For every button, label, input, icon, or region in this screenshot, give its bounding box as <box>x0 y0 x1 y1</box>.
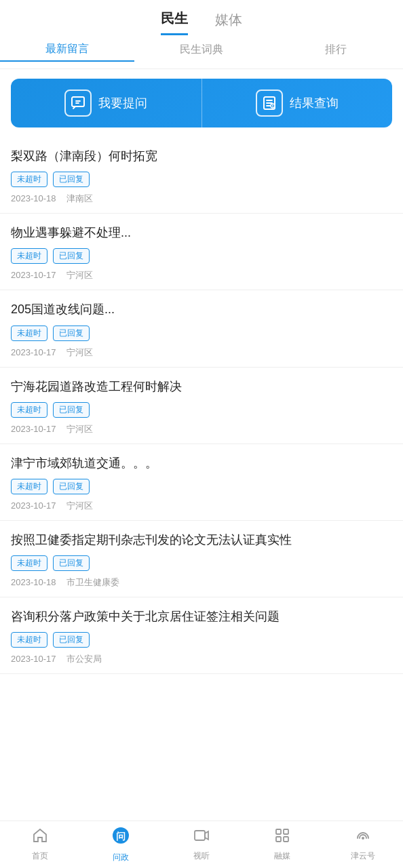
item-date: 2023-10-17 <box>11 654 56 664</box>
list-item[interactable]: 津宁市域郊轨道交通。。。 未超时 已回复 2023-10-17 宁河区 <box>0 444 403 521</box>
item-title: 205国道改线问题... <box>11 301 392 318</box>
nav-jinyun[interactable]: 津云号 <box>322 827 403 862</box>
item-title: 咨询积分落户政策中关于北京居住证签注相关问题 <box>11 608 392 625</box>
tag-replied: 已回复 <box>53 326 90 341</box>
svg-text:问: 问 <box>116 831 126 842</box>
tags-container: 未超时 已回复 <box>11 479 392 494</box>
tag-replied: 已回复 <box>53 555 90 571</box>
ask-button[interactable]: 我要提问 <box>11 79 202 127</box>
item-meta: 2023-10-17 宁河区 <box>11 423 392 435</box>
tag-time: 未超时 <box>11 402 47 418</box>
item-area: 宁河区 <box>66 424 93 434</box>
tags-container: 未超时 已回复 <box>11 632 392 648</box>
item-meta: 2023-10-17 宁河区 <box>11 269 392 281</box>
tag-time: 未超时 <box>11 632 47 648</box>
svg-rect-7 <box>284 829 288 834</box>
item-title: 物业遇事躲避不处理... <box>11 224 392 241</box>
item-area: 市公安局 <box>66 654 102 664</box>
item-meta: 2023-10-18 市卫生健康委 <box>11 576 392 589</box>
nav-wenzheng-label: 问政 <box>113 852 129 863</box>
svg-rect-8 <box>276 837 281 842</box>
svg-rect-5 <box>195 831 205 840</box>
nav-jinyun-label: 津云号 <box>351 850 375 862</box>
svg-rect-9 <box>284 837 288 842</box>
tag-replied: 已回复 <box>53 479 90 494</box>
video-icon <box>193 827 210 848</box>
list-item[interactable]: 梨双路（津南段）何时拓宽 未超时 已回复 2023-10-18 津南区 <box>0 137 403 214</box>
nav-rongmei-label: 融媒 <box>274 850 290 862</box>
item-area: 市卫生健康委 <box>66 577 119 587</box>
svg-point-10 <box>362 837 364 840</box>
ask-icon <box>64 90 92 117</box>
item-date: 2023-10-17 <box>11 424 56 434</box>
item-date: 2023-10-17 <box>11 500 56 511</box>
tag-time: 未超时 <box>11 555 47 571</box>
list-item[interactable]: 205国道改线问题... 未超时 已回复 2023-10-17 宁河区 <box>0 290 403 367</box>
item-date: 2023-10-17 <box>11 347 56 357</box>
subtab-latest[interactable]: 最新留言 <box>0 42 134 62</box>
top-tabs-container: 民生 媒体 <box>0 0 403 35</box>
item-date: 2023-10-18 <box>11 193 56 203</box>
tags-container: 未超时 已回复 <box>11 326 392 341</box>
wenzheng-icon: 问 <box>111 826 130 849</box>
tag-replied: 已回复 <box>53 248 90 264</box>
tag-time: 未超时 <box>11 326 47 341</box>
item-title: 津宁市域郊轨道交通。。。 <box>11 455 392 472</box>
item-title: 按照卫健委指定期刊杂志刊发的论文无法认证真实性 <box>11 532 392 549</box>
tag-replied: 已回复 <box>53 402 90 418</box>
tags-container: 未超时 已回复 <box>11 172 392 187</box>
bottom-nav: 首页 问 问政 视听 融媒 <box>0 821 403 868</box>
tag-time: 未超时 <box>11 479 47 494</box>
list-item[interactable]: 按照卫健委指定期刊杂志刊发的论文无法认证真实性 未超时 已回复 2023-10-… <box>0 521 403 597</box>
svg-rect-6 <box>276 829 281 834</box>
tags-container: 未超时 已回复 <box>11 555 392 571</box>
item-area: 宁河区 <box>66 347 93 357</box>
item-date: 2023-10-18 <box>11 577 56 587</box>
subtab-dict[interactable]: 民生词典 <box>134 43 269 61</box>
home-icon <box>32 827 48 848</box>
ask-label: 我要提问 <box>98 95 147 111</box>
item-meta: 2023-10-17 市公安局 <box>11 653 392 665</box>
svg-rect-0 <box>72 97 84 106</box>
jinyun-icon <box>355 827 371 848</box>
item-meta: 2023-10-17 宁河区 <box>11 347 392 359</box>
result-label: 结果查询 <box>290 95 339 111</box>
nav-wenzheng[interactable]: 问 问政 <box>81 826 161 863</box>
tab-minsheng[interactable]: 民生 <box>161 9 188 35</box>
item-date: 2023-10-17 <box>11 270 56 280</box>
list-item[interactable]: 宁海花园道路改造工程何时解决 未超时 已回复 2023-10-17 宁河区 <box>0 368 403 444</box>
content-area: 梨双路（津南段）何时拓宽 未超时 已回复 2023-10-18 津南区 物业遇事… <box>0 137 403 728</box>
item-area: 津南区 <box>66 193 93 203</box>
subtab-rank[interactable]: 排行 <box>269 43 403 61</box>
item-title: 梨双路（津南段）何时拓宽 <box>11 148 392 165</box>
tag-replied: 已回复 <box>53 172 90 187</box>
result-icon <box>256 90 283 117</box>
tags-container: 未超时 已回复 <box>11 248 392 264</box>
result-button[interactable]: 结果查询 <box>202 79 393 127</box>
nav-rongmei[interactable]: 融媒 <box>242 827 322 862</box>
tag-time: 未超时 <box>11 172 47 187</box>
item-area: 宁河区 <box>66 270 93 280</box>
item-meta: 2023-10-17 宁河区 <box>11 500 392 512</box>
rongmei-icon <box>274 827 290 848</box>
tags-container: 未超时 已回复 <box>11 402 392 418</box>
list-item[interactable]: 咨询积分落户政策中关于北京居住证签注相关问题 未超时 已回复 2023-10-1… <box>0 597 403 674</box>
item-area: 宁河区 <box>66 500 93 511</box>
nav-video[interactable]: 视听 <box>161 827 242 862</box>
nav-home[interactable]: 首页 <box>0 827 81 862</box>
tag-time: 未超时 <box>11 248 47 264</box>
item-title: 宁海花园道路改造工程何时解决 <box>11 378 392 395</box>
item-meta: 2023-10-18 津南区 <box>11 193 392 205</box>
nav-video-label: 视听 <box>193 850 210 862</box>
action-bar: 我要提问 结果查询 <box>11 79 392 127</box>
tab-meiti[interactable]: 媒体 <box>215 11 242 35</box>
tag-replied: 已回复 <box>53 632 90 648</box>
sub-tabs-container: 最新留言 民生词典 排行 <box>0 35 403 69</box>
list-item[interactable]: 物业遇事躲避不处理... 未超时 已回复 2023-10-17 宁河区 <box>0 214 403 290</box>
nav-home-label: 首页 <box>32 850 48 862</box>
